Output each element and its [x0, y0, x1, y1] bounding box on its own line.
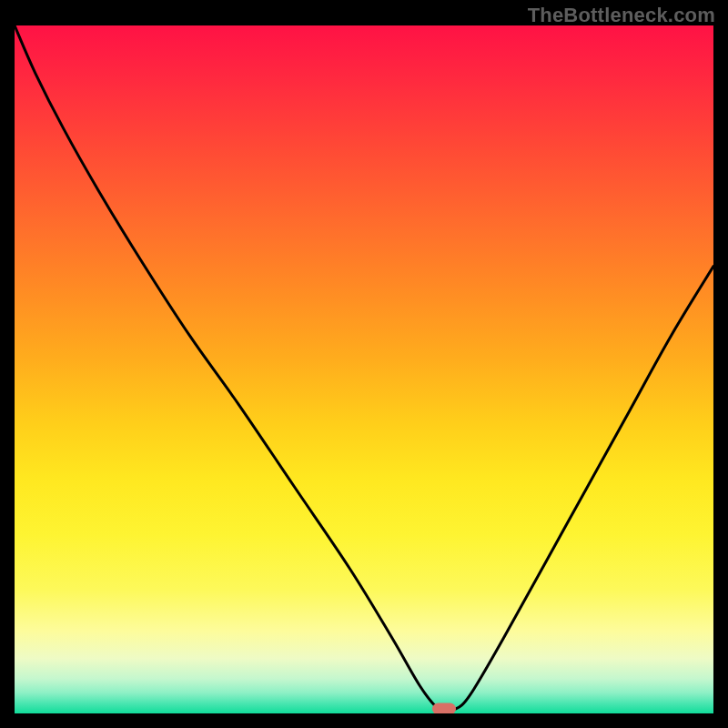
optimal-point-marker [432, 703, 456, 713]
chart-frame: TheBottleneck.com [0, 0, 728, 728]
plot-area [15, 25, 713, 713]
watermark-text: TheBottleneck.com [528, 4, 715, 27]
bottleneck-curve [15, 25, 713, 713]
